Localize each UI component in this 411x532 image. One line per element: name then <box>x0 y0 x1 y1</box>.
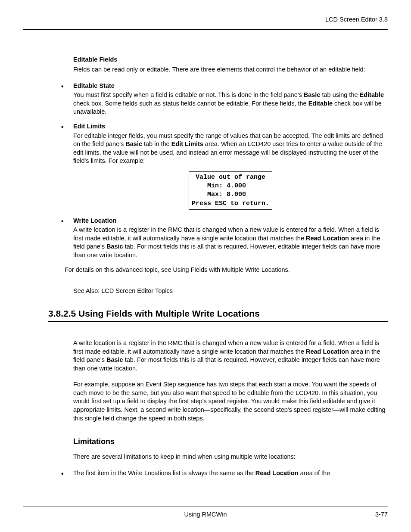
bullet-body: The first item in the Write Locations li… <box>73 470 330 476</box>
text-fragment: The first item in the Write Locations li… <box>73 470 255 476</box>
limitation-bullet-1: The first item in the Write Locations li… <box>65 469 388 478</box>
lcd-line-1: Value out of range <box>192 174 269 181</box>
bullet-title: Edit Limits <box>73 122 388 131</box>
lcd-line-3: Max: 8.000 <box>192 191 269 198</box>
intro-paragraph: Fields can be read only or editable. The… <box>48 65 388 74</box>
text-fragment: tab using the <box>320 91 359 98</box>
main-content: Editable Fields Fields can be read only … <box>23 56 388 478</box>
text-fragment: You must first specify when a field is e… <box>73 91 304 98</box>
lcd-display-box: Value out of range Min: 4.000 Max: 8.000… <box>189 171 272 210</box>
see-also-line: See Also: LCD Screen Editor Topics <box>48 287 388 296</box>
bold-basic: Basic <box>106 243 123 250</box>
bold-basic: Basic <box>106 356 123 363</box>
bullet-list-1: Editable State You must first specify wh… <box>48 82 388 260</box>
page-footer: Using RMCWin 3-77 <box>23 507 388 519</box>
bullet-body: You must first specify when a field is e… <box>73 91 388 116</box>
lcd-line-2: Min: 4.000 <box>192 182 269 190</box>
limitations-heading: Limitations <box>48 436 388 447</box>
page-header: LCD Screen Editor 3.8 <box>23 0 388 30</box>
section2-para2: For example, suppose an Event Step seque… <box>48 380 388 423</box>
bold-read-location: Read Location <box>255 470 299 476</box>
text-fragment: check box. Some fields such as status fi… <box>73 100 308 107</box>
footer-page-number: 3-77 <box>375 510 388 519</box>
footer-center-text: Using RMCWin <box>184 510 227 519</box>
bold-editable: Editable <box>308 100 333 107</box>
bullet-title: Editable State <box>73 82 388 90</box>
bold-editable: Editable <box>360 91 384 98</box>
section2-para1: A write location is a register in the RM… <box>48 339 388 373</box>
text-fragment: tab in the <box>142 140 171 147</box>
limitations-intro: There are several limitations to keep in… <box>48 453 388 461</box>
section-heading-multiple-write: 3.8.2.5 Using Fields with Multiple Write… <box>48 308 388 322</box>
bullet-title: Write Location <box>73 217 388 225</box>
bold-read-location: Read Location <box>306 235 349 242</box>
bold-basic: Basic <box>125 140 142 147</box>
text-fragment: area of the <box>299 470 330 476</box>
bullet-editable-state: Editable State You must first specify wh… <box>65 82 388 116</box>
lcd-line-4: Press ESC to return. <box>192 200 269 207</box>
bullet-write-location: Write Location A write location is a reg… <box>65 217 388 260</box>
bullet-body: For editable integer fields, you must sp… <box>73 132 388 165</box>
editable-fields-heading: Editable Fields <box>48 56 388 64</box>
bold-basic: Basic <box>304 91 321 98</box>
lcd-example-container: Value out of range Min: 4.000 Max: 8.000… <box>73 171 388 210</box>
bullet-body: A write location is a register in the RM… <box>73 226 388 259</box>
bold-read-location: Read Location <box>306 348 349 355</box>
bullet-list-2: The first item in the Write Locations li… <box>48 469 388 478</box>
bold-edit-limits: Edit Limits <box>171 140 203 147</box>
header-right-text: LCD Screen Editor 3.8 <box>325 16 388 23</box>
bullet-edit-limits: Edit Limits For editable integer fields,… <box>65 122 388 210</box>
details-paragraph: For details on this advanced topic, see … <box>48 266 388 274</box>
